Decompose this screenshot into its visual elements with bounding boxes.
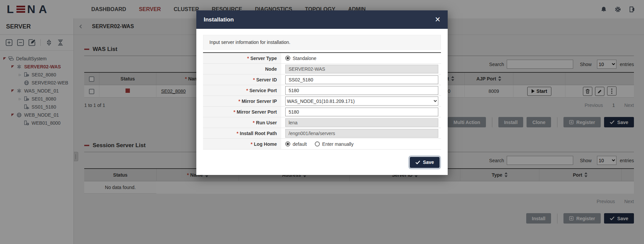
installation-form: *Server Type Standalone Node *Server ID …: [203, 52, 441, 149]
install-root-path-field: [285, 129, 438, 138]
modal-info-message: Input server information for installatio…: [203, 35, 441, 50]
log-home-default-radio[interactable]: [285, 141, 290, 146]
run-user-field: [285, 118, 438, 127]
form-row-log-home: *Log Home default Enter manually: [203, 139, 441, 149]
server-id-field[interactable]: [285, 75, 438, 84]
node-field: [285, 65, 438, 73]
installation-modal: Installation × Input server information …: [196, 10, 448, 175]
modal-save-button[interactable]: Save: [410, 157, 440, 168]
form-row-service-port: *Service Port: [203, 85, 441, 96]
form-row-mirror-server-port: *Mirror Server Port: [203, 107, 441, 117]
close-icon[interactable]: ×: [435, 15, 440, 24]
server-type-standalone-radio[interactable]: [285, 56, 290, 61]
server-type-standalone-label: Standalone: [293, 56, 316, 61]
check-icon: [415, 161, 420, 164]
form-row-server-id: *Server ID: [203, 74, 441, 85]
form-row-node: Node: [203, 64, 441, 74]
form-row-run-user: *Run User: [203, 117, 441, 128]
mirror-server-ip-select[interactable]: WAS_NODE_01(10.81.209.171): [285, 97, 438, 106]
modal-title: Installation: [204, 16, 234, 23]
form-row-mirror-server-ip: *Mirror Server IP WAS_NODE_01(10.81.209.…: [203, 96, 441, 107]
modal-header: Installation ×: [196, 10, 448, 29]
log-home-default-label: default: [293, 141, 307, 147]
service-port-field[interactable]: [285, 86, 438, 95]
modal-footer: Save: [196, 149, 448, 175]
mirror-server-port-field[interactable]: [285, 108, 438, 116]
log-home-manual-label: Enter manually: [322, 141, 353, 147]
log-home-manual-radio[interactable]: [315, 141, 320, 146]
form-row-server-type: *Server Type Standalone: [203, 53, 441, 64]
form-row-install-root-path: *Install Root Path: [203, 128, 441, 139]
